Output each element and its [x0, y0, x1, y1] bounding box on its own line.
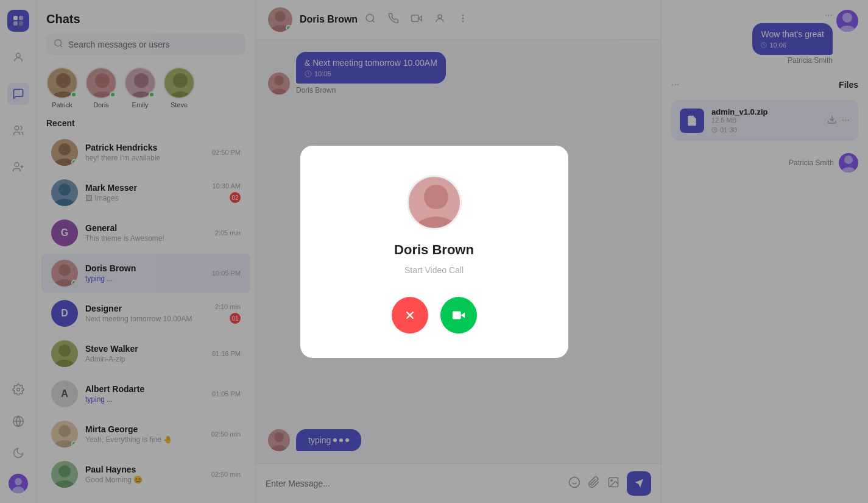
- modal-subtitle: Start Video Call: [404, 265, 464, 275]
- svg-rect-70: [452, 311, 460, 319]
- accept-call-button[interactable]: [440, 297, 477, 334]
- decline-call-button[interactable]: [392, 297, 428, 334]
- svg-point-65: [424, 185, 448, 209]
- video-call-modal-overlay: Doris Brown Start Video Call: [0, 0, 868, 503]
- svg-point-66: [414, 216, 458, 230]
- svg-marker-69: [460, 312, 464, 318]
- video-call-modal: Doris Brown Start Video Call: [300, 146, 568, 358]
- modal-name: Doris Brown: [394, 242, 474, 258]
- modal-avatar: [407, 175, 462, 230]
- modal-actions: [392, 297, 477, 334]
